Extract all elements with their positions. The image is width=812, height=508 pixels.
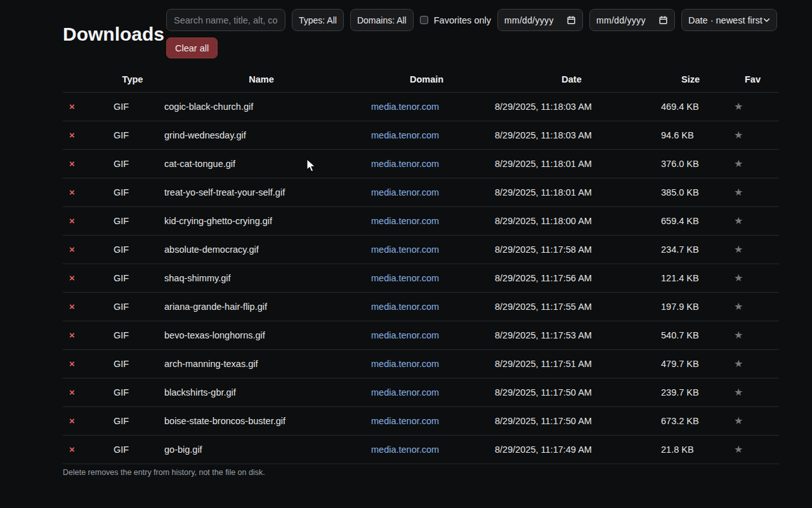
table-row: × GIF grind-wednesday.gif media.tenor.co… [63,121,779,149]
table-row: × GIF cat-cat-tongue.gif media.tenor.com… [63,149,779,178]
downloads-page: Downloads Types: All Domains: All Favori… [0,0,812,477]
table-row: × GIF treat-yo-self-treat-your-self.gif … [63,178,779,206]
delete-entry-button[interactable]: × [69,216,75,225]
download-date: 8/29/2025, 11:17:51 AM [488,349,655,378]
file-type: GIF [107,206,158,235]
calendar-icon[interactable] [566,15,576,25]
filter-toolbar: Types: All Domains: All Favorites only m… [166,9,779,58]
favorites-checkbox[interactable] [420,16,428,24]
favorite-star-button[interactable]: ★ [733,444,743,455]
file-type: GIF [107,235,158,264]
download-date: 8/29/2025, 11:17:53 AM [488,321,655,349]
domain-link[interactable]: media.tenor.com [371,216,439,226]
file-size: 479.7 KB [655,349,726,378]
domains-filter-button[interactable]: Domains: All [350,9,414,31]
file-type: GIF [107,292,158,321]
date-from-input[interactable]: mm/dd/yyyy [497,9,583,31]
domain-link[interactable]: media.tenor.com [371,387,439,398]
file-type: GIF [107,378,158,406]
file-name: go-big.gif [158,435,365,464]
domain-link[interactable]: media.tenor.com [371,330,439,340]
downloads-table: Type Name Domain Date Size Fav × GIF cog… [63,67,779,464]
table-row: × GIF shaq-shimmy.gif media.tenor.com 8/… [63,264,779,292]
delete-entry-button[interactable]: × [69,187,75,197]
table-row: × GIF cogic-black-church.gif media.tenor… [63,92,779,121]
download-date: 8/29/2025, 11:17:50 AM [488,406,655,435]
file-name: bevo-texas-longhorns.gif [158,321,365,349]
file-name: grind-wednesday.gif [158,121,365,149]
page-title: Downloads [63,23,166,44]
download-date: 8/29/2025, 11:17:58 AM [488,235,655,264]
calendar-icon[interactable] [658,15,668,25]
download-date: 8/29/2025, 11:17:55 AM [488,292,655,321]
favorite-star-button[interactable]: ★ [733,273,743,283]
domain-link[interactable]: media.tenor.com [371,130,439,140]
file-size: 673.2 KB [655,406,726,435]
download-date: 8/29/2025, 11:17:50 AM [488,378,655,406]
delete-entry-button[interactable]: × [69,244,75,254]
favorite-star-button[interactable]: ★ [733,244,743,255]
file-type: GIF [107,349,158,378]
domain-link[interactable]: media.tenor.com [371,416,439,426]
domain-link[interactable]: media.tenor.com [371,302,439,312]
table-row: × GIF ariana-grande-hair-flip.gif media.… [63,292,779,321]
file-type: GIF [107,149,158,178]
file-size: 121.4 KB [655,264,726,292]
delete-entry-button[interactable]: × [69,102,75,111]
column-header-fav: Fav [726,67,779,92]
file-size: 239.7 KB [655,378,726,406]
delete-entry-button[interactable]: × [69,130,75,140]
delete-entry-button[interactable]: × [69,159,75,168]
search-input[interactable] [166,9,285,31]
favorite-star-button[interactable]: ★ [733,187,743,197]
file-name: boise-state-broncos-buster.gif [158,406,365,435]
date-to-value: mm/dd/yyyy [596,15,646,25]
file-type: GIF [107,121,158,149]
delete-entry-button[interactable]: × [69,416,75,425]
file-size: 385.0 KB [655,178,726,206]
file-size: 234.7 KB [655,235,726,264]
column-header-domain: Domain [365,67,488,92]
file-size: 540.7 KB [655,321,726,349]
favorite-star-button[interactable]: ★ [733,416,743,426]
favorite-star-button[interactable]: ★ [733,359,743,369]
domain-link[interactable]: media.tenor.com [371,244,439,255]
delete-entry-button[interactable]: × [69,444,75,454]
delete-entry-button[interactable]: × [69,273,75,283]
file-size: 21.8 KB [655,435,726,464]
file-name: blackshirts-gbr.gif [158,378,365,406]
table-row: × GIF kid-crying-ghetto-crying.gif media… [63,206,779,235]
favorite-star-button[interactable]: ★ [733,159,743,169]
favorite-star-button[interactable]: ★ [733,216,743,226]
favorite-star-button[interactable]: ★ [733,102,743,112]
favorite-star-button[interactable]: ★ [733,330,743,340]
favorite-star-button[interactable]: ★ [733,130,743,140]
favorite-star-button[interactable]: ★ [733,302,743,312]
file-name: kid-crying-ghetto-crying.gif [158,206,365,235]
favorites-only-toggle[interactable]: Favorites only [420,15,491,25]
sort-select[interactable]: Date · newest first [681,9,777,31]
delete-entry-button[interactable]: × [69,330,75,340]
download-date: 8/29/2025, 11:18:03 AM [488,121,655,149]
clear-all-button[interactable]: Clear all [166,37,218,58]
download-date: 8/29/2025, 11:18:01 AM [488,149,655,178]
column-header-type: Type [107,67,158,92]
domain-link[interactable]: media.tenor.com [371,273,439,283]
delete-entry-button[interactable]: × [69,302,75,311]
domain-link[interactable]: media.tenor.com [371,159,439,169]
chevron-down-icon [763,16,771,24]
favorite-star-button[interactable]: ★ [733,387,743,398]
delete-entry-button[interactable]: × [69,359,75,368]
domain-link[interactable]: media.tenor.com [371,359,439,369]
domain-link[interactable]: media.tenor.com [371,187,439,197]
domain-link[interactable]: media.tenor.com [371,444,439,455]
file-type: GIF [107,321,158,349]
types-filter-button[interactable]: Types: All [292,9,344,31]
file-type: GIF [107,264,158,292]
delete-entry-button[interactable]: × [69,387,75,397]
download-date: 8/29/2025, 11:17:56 AM [488,264,655,292]
date-to-input[interactable]: mm/dd/yyyy [589,9,675,31]
domain-link[interactable]: media.tenor.com [371,102,439,112]
table-row: × GIF boise-state-broncos-buster.gif med… [63,406,779,435]
table-row: × GIF go-big.gif media.tenor.com 8/29/20… [63,435,779,464]
